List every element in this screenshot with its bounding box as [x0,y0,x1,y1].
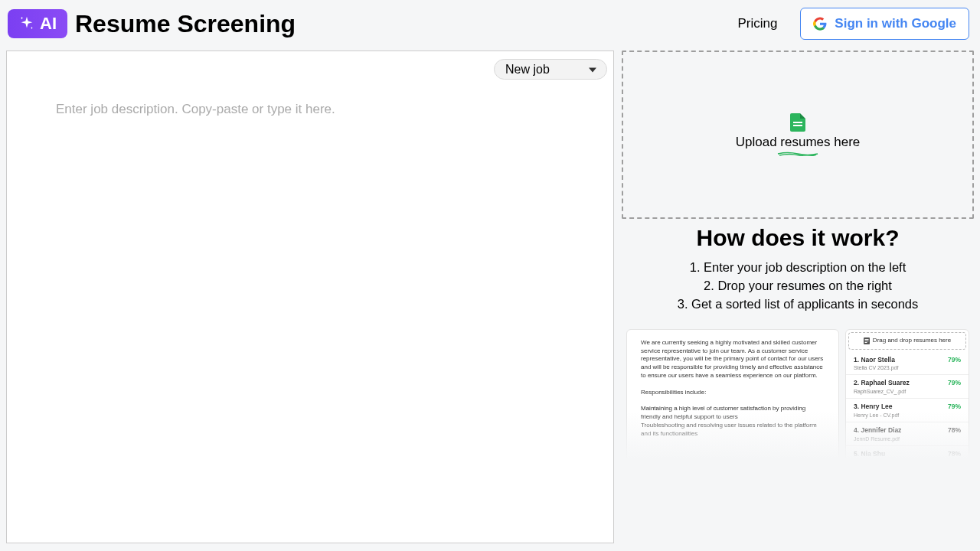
result-percent: 78% [948,450,961,458]
header-right: Pricing Sign in with Google [737,8,972,40]
how-step-3: 3. Get a sorted list of applicants in se… [622,295,974,314]
google-icon [813,17,827,31]
result-name: 3. Henry Lee [854,403,899,411]
ai-badge: AI [8,9,67,38]
preview-row: We are currently seeking a highly motiva… [622,329,974,464]
preview-resp-heading: Responsibilities include: [641,389,825,397]
job-description-input[interactable] [56,102,564,527]
sparkle-icon [18,15,35,32]
google-signin-label: Sign in with Google [835,16,956,31]
ai-badge-label: AI [40,14,57,34]
pricing-link[interactable]: Pricing [737,16,777,31]
result-percent: 78% [948,426,961,435]
result-percent: 79% [948,403,961,411]
job-description-panel: New job [6,51,614,543]
preview-job-card: We are currently seeking a highly motiva… [626,329,839,464]
result-name: 2. Raphael Suarez [854,379,910,387]
google-signin-button[interactable]: Sign in with Google [800,8,969,40]
result-file: JennD Resume.pdf [854,435,901,442]
header-left: AI Resume Screening [8,9,296,38]
app-header: AI Resume Screening Pricing Sign in with… [0,0,980,47]
how-step-1: 1. Enter your job description on the lef… [622,259,974,277]
document-icon [864,337,870,344]
result-file: Stella CV 2023.pdf [854,364,898,371]
right-panel: Upload resumes here How does it work? 1.… [622,51,974,543]
result-file: Henry Lee - CV.pdf [854,412,899,419]
result-name: 1. Naor Stella [854,356,898,364]
job-select-wrap: New job [494,59,607,80]
underline-scribble-icon [777,152,818,156]
svg-rect-3 [864,342,867,343]
preview-dnd-header: Drag and drop resumes here [848,332,966,350]
upload-text: Upload resumes here [736,135,861,150]
preview-results-card: Drag and drop resumes here 1. Naor Stell… [845,329,969,464]
how-step-2: 2. Drop your resumes on the right [622,277,974,295]
preview-job-p1: We are currently seeking a highly motiva… [641,339,825,380]
result-name: 5. Nia Shu [854,450,885,458]
preview-resp-2: Troubleshooting and resolving user issue… [641,422,825,439]
upload-dropzone[interactable]: Upload resumes here [622,51,974,219]
svg-rect-2 [864,341,868,341]
preview-resp-1: Maintaining a high level of customer sat… [641,405,825,422]
job-select[interactable]: New job [494,59,607,80]
result-row: 3. Henry LeeHenry Lee - CV.pdf79% [846,399,969,422]
app-title: Resume Screening [75,10,296,38]
file-upload-icon [790,113,805,132]
main-content: New job Upload resumes here How does it … [0,47,980,543]
result-percent: 79% [948,379,961,387]
preview-results-list: 1. Naor StellaStella CV 2023.pdf79%2. Ra… [846,352,969,463]
how-it-works-section: How does it work? 1. Enter your job desc… [622,225,974,323]
result-row: 5. Nia Shu78% [846,446,969,462]
how-steps: 1. Enter your job description on the lef… [622,259,974,314]
result-row: 1. Naor StellaStella CV 2023.pdf79% [846,352,969,376]
result-row: 4. Jennifer DiazJennD Resume.pdf78% [846,422,969,446]
result-row: 2. Raphael SuarezRaphSuarez_CV_.pdf79% [846,375,969,399]
result-name: 4. Jennifer Diaz [854,426,901,435]
result-percent: 79% [948,356,961,364]
svg-rect-1 [864,339,868,340]
result-file: RaphSuarez_CV_.pdf [854,388,910,395]
how-title: How does it work? [622,225,974,251]
